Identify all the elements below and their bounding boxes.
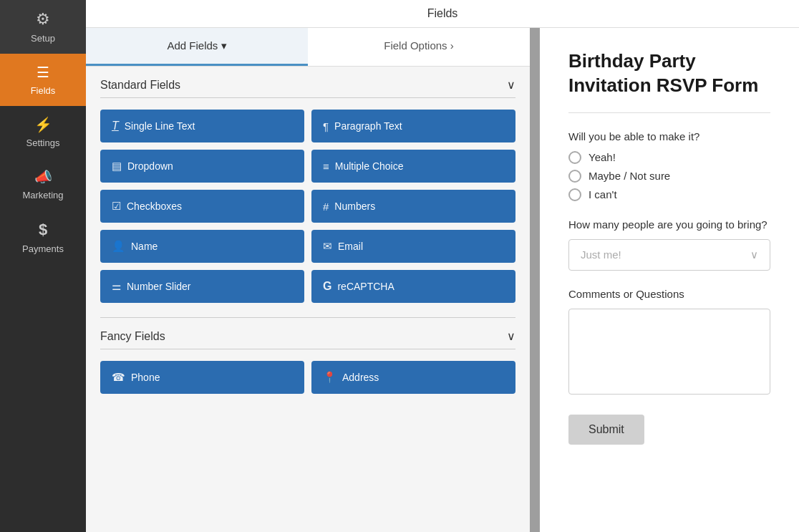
phone-icon: ☎	[112, 371, 125, 384]
radio-circle-yeah	[568, 151, 581, 164]
paragraph-text-button[interactable]: ¶ Paragraph Text	[311, 110, 515, 142]
settings-icon: ⚡	[34, 116, 52, 133]
checkboxes-icon: ☑	[112, 200, 121, 213]
sidebar-item-setup[interactable]: ⚙ Setup	[0, 0, 86, 54]
name-button[interactable]: 👤 Name	[100, 230, 304, 263]
number-slider-label: Number Slider	[127, 281, 190, 292]
single-line-text-label: Single Line Text	[125, 120, 195, 132]
radio-circle-cant	[568, 188, 581, 201]
name-label: Name	[131, 241, 158, 252]
marketing-icon: 📣	[34, 168, 52, 185]
scrollbar[interactable]	[530, 28, 540, 532]
main-area: Fields Add Fields ▾ Field Options › S	[86, 0, 799, 532]
sidebar-item-marketing-label: Marketing	[22, 190, 63, 200]
address-button[interactable]: 📍 Address	[311, 361, 515, 394]
numbers-label: Numbers	[334, 200, 375, 212]
email-label: Email	[338, 241, 363, 252]
address-label: Address	[342, 372, 379, 383]
sidebar-item-marketing[interactable]: 📣 Marketing	[0, 158, 86, 211]
radio-group-attendance: Yeah! Maybe / Not sure I can't	[568, 151, 770, 201]
sidebar: ⚙ Setup ☰ Fields ⚡ Settings 📣 Marketing …	[0, 0, 86, 532]
radio-maybe-label: Maybe / Not sure	[589, 170, 670, 182]
chevron-down-icon: ▾	[221, 39, 227, 52]
section-divider	[100, 317, 515, 318]
fields-panel: Add Fields ▾ Field Options › Standard Fi…	[86, 28, 530, 532]
email-button[interactable]: ✉ Email	[311, 230, 515, 263]
number-slider-icon: ⚌	[112, 280, 121, 293]
submit-button[interactable]: Submit	[568, 415, 644, 445]
dropdown-chevron-icon: ∨	[750, 248, 758, 261]
numbers-icon: #	[323, 200, 329, 213]
people-dropdown[interactable]: Just me! ∨	[568, 239, 770, 271]
standard-fields-label: Standard Fields	[100, 79, 180, 92]
sidebar-item-fields[interactable]: ☰ Fields	[0, 54, 86, 106]
single-line-text-button[interactable]: T Single Line Text	[100, 110, 304, 142]
radio-circle-maybe	[568, 170, 581, 183]
content-area: Add Fields ▾ Field Options › Standard Fi…	[86, 28, 799, 532]
numbers-button[interactable]: # Numbers	[311, 190, 515, 223]
fancy-fields-grid: ☎ Phone 📍 Address	[100, 361, 515, 394]
tab-field-options-label: Field Options	[384, 39, 447, 52]
question3: Comments or Questions	[568, 288, 770, 300]
sidebar-item-setup-label: Setup	[31, 33, 55, 44]
fancy-fields-section-header: Fancy Fields ∨	[100, 329, 515, 349]
fancy-fields-chevron: ∨	[507, 329, 515, 343]
form-preview: Birthday Party Invitation RSVP Form Will…	[540, 28, 799, 532]
sidebar-item-payments[interactable]: $ Payments	[0, 211, 86, 264]
radio-yeah[interactable]: Yeah!	[568, 151, 770, 164]
question1: Will you be able to make it?	[568, 130, 770, 142]
dropdown-icon: ▤	[112, 160, 122, 173]
sidebar-item-settings-label: Settings	[26, 137, 60, 148]
paragraph-text-label: Paragraph Text	[334, 120, 402, 132]
fancy-fields-label: Fancy Fields	[100, 330, 165, 343]
page-header: Fields	[86, 0, 799, 28]
sidebar-item-payments-label: Payments	[22, 243, 64, 254]
form-title: Birthday Party Invitation RSVP Form	[568, 49, 770, 98]
standard-fields-section-header: Standard Fields ∨	[100, 78, 515, 98]
dropdown-button[interactable]: ▤ Dropdown	[100, 150, 304, 183]
comments-textarea[interactable]	[568, 309, 770, 395]
sidebar-item-settings[interactable]: ⚡ Settings	[0, 106, 86, 158]
gear-icon: ⚙	[36, 10, 50, 29]
payments-icon: $	[39, 221, 47, 239]
question2: How many people are you going to bring?	[568, 218, 770, 231]
radio-maybe[interactable]: Maybe / Not sure	[568, 170, 770, 183]
standard-fields-grid: T Single Line Text ¶ Paragraph Text ▤ Dr…	[100, 110, 515, 303]
radio-cant[interactable]: I can't	[568, 188, 770, 201]
standard-fields-chevron: ∨	[507, 78, 515, 92]
phone-button[interactable]: ☎ Phone	[100, 361, 304, 394]
name-icon: 👤	[112, 240, 125, 253]
sidebar-item-fields-label: Fields	[31, 85, 56, 96]
multiple-choice-icon: ≡	[323, 160, 329, 173]
paragraph-text-icon: ¶	[323, 120, 329, 132]
multiple-choice-label: Multiple Choice	[335, 160, 404, 172]
chevron-right-icon: ›	[450, 39, 454, 52]
radio-cant-label: I can't	[589, 188, 617, 200]
email-icon: ✉	[323, 240, 332, 253]
tab-add-fields[interactable]: Add Fields ▾	[86, 28, 308, 66]
phone-label: Phone	[131, 372, 160, 383]
fields-icon: ☰	[37, 64, 49, 81]
address-icon: 📍	[323, 371, 336, 384]
single-line-text-icon: T	[112, 120, 119, 132]
recaptcha-icon: G	[323, 280, 331, 293]
checkboxes-label: Checkboxes	[127, 200, 182, 212]
number-slider-button[interactable]: ⚌ Number Slider	[100, 270, 304, 303]
recaptcha-button[interactable]: G reCAPTCHA	[311, 270, 515, 303]
tabs-bar: Add Fields ▾ Field Options ›	[86, 28, 530, 67]
radio-yeah-label: Yeah!	[589, 151, 616, 163]
multiple-choice-button[interactable]: ≡ Multiple Choice	[311, 150, 515, 183]
form-divider	[568, 112, 770, 113]
dropdown-label: Dropdown	[127, 160, 173, 172]
recaptcha-label: reCAPTCHA	[337, 281, 394, 292]
checkboxes-button[interactable]: ☑ Checkboxes	[100, 190, 304, 223]
page-title: Fields	[427, 7, 458, 19]
tab-field-options[interactable]: Field Options ›	[308, 28, 530, 66]
tab-add-fields-label: Add Fields	[167, 39, 218, 52]
fields-content: Standard Fields ∨ T Single Line Text ¶ P…	[86, 67, 530, 532]
dropdown-placeholder: Just me!	[581, 248, 621, 261]
